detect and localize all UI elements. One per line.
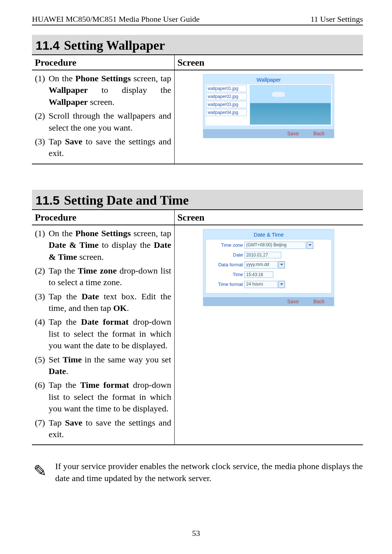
wallpaper-item[interactable]: wallpaper02.jpg	[206, 93, 247, 100]
time-label: Time	[209, 272, 244, 277]
timezone-value[interactable]: (GMT+08:00) Beijing	[244, 242, 306, 249]
datetime-screen-cell: Date & Time Time zone (GMT+08:00) Beijin…	[174, 225, 363, 445]
datetime-phone-mock: Date & Time Time zone (GMT+08:00) Beijin…	[203, 229, 334, 306]
date-label: Date	[209, 252, 244, 258]
timefmt-value[interactable]: 24 hours	[244, 281, 278, 288]
col-screen: Screen	[174, 210, 363, 225]
wallpaper-screen-title: Wallpaper	[203, 74, 334, 84]
save-button[interactable]: Save	[280, 131, 306, 136]
note-text: If your service provider enables the net…	[55, 460, 363, 484]
wallpaper-item[interactable]: wallpaper04.jpg	[206, 109, 247, 116]
save-button[interactable]: Save	[280, 299, 306, 304]
time-value[interactable]: 15:43:16	[244, 271, 273, 278]
datetime-screen-title: Date & Time	[203, 229, 334, 239]
datafmt-value[interactable]: yyyy.mm.dd	[244, 261, 278, 268]
wallpaper-item[interactable]: wallpaper01.jpg	[206, 85, 247, 92]
wallpaper-procedure: (1) On the Phone Settings screen, tap Wa…	[32, 70, 174, 164]
back-button[interactable]: Back	[306, 299, 332, 304]
date-value[interactable]: 2010.01.27	[244, 252, 281, 258]
col-screen: Screen	[174, 55, 363, 70]
section-heading-wallpaper: 11.4 Setting Wallpaper	[32, 35, 363, 55]
wallpaper-item[interactable]: wallpaper03.jpg	[206, 101, 247, 108]
note: ✎ If your service provider enables the n…	[32, 460, 363, 484]
chevron-down-icon[interactable]	[278, 281, 285, 288]
section-number: 11.4	[36, 38, 60, 52]
header-right: 11 User Settings	[310, 15, 363, 24]
chevron-down-icon[interactable]	[278, 261, 285, 268]
timezone-label: Time zone	[209, 242, 244, 248]
wallpaper-preview	[250, 85, 331, 125]
note-icon: ✎	[32, 460, 55, 482]
wallpaper-table: Procedure Screen (1) On the Phone Settin…	[32, 55, 363, 164]
header-left: HUAWEI MC850/MC851 Media Phone User Guid…	[32, 15, 200, 24]
section-title: Setting Date and Time	[64, 193, 189, 208]
col-procedure: Procedure	[32, 210, 174, 225]
datetime-procedure: (1) On the Phone Settings screen, tap Da…	[32, 225, 174, 445]
section-heading-datetime: 11.5 Setting Date and Time	[32, 190, 363, 210]
page-header: HUAWEI MC850/MC851 Media Phone User Guid…	[32, 15, 363, 25]
page-number: 53	[0, 529, 392, 538]
datafmt-label: Data format	[209, 262, 244, 267]
col-procedure: Procedure	[32, 55, 174, 70]
chevron-down-icon[interactable]	[307, 242, 313, 249]
timefmt-label: Time format	[209, 282, 244, 287]
wallpaper-phone-mock: Wallpaper wallpaper01.jpg wallpaper02.jp…	[203, 74, 334, 138]
datetime-table: Procedure Screen (1) On the Phone Settin…	[32, 210, 363, 446]
wallpaper-screen-cell: Wallpaper wallpaper01.jpg wallpaper02.jp…	[174, 70, 363, 164]
section-number: 11.5	[36, 193, 60, 207]
back-button[interactable]: Back	[306, 131, 332, 136]
section-title: Setting Wallpaper	[64, 38, 165, 53]
